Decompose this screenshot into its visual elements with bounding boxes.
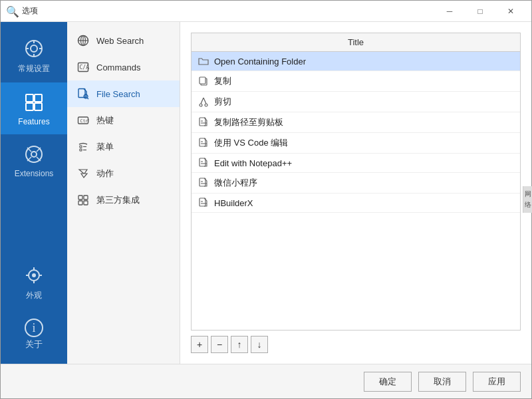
table-row[interactable]: 复制	[192, 71, 520, 92]
table-row[interactable]: Open Containing Folder	[192, 52, 520, 71]
table-cell: Edit with Notepad++	[192, 154, 520, 173]
action-icon	[76, 167, 90, 180]
copy-path-icon	[198, 117, 209, 128]
row-text: 复制	[214, 75, 231, 87]
table-row[interactable]: 复制路径至剪贴板	[192, 112, 520, 133]
confirm-button[interactable]: 确定	[364, 372, 412, 392]
table-row[interactable]: 微信小程序	[192, 173, 520, 194]
svg-line-47	[201, 98, 203, 104]
features-label: Features	[18, 117, 49, 126]
table-row[interactable]: HBuilderX	[192, 194, 520, 213]
main-panel: Title Open Containing Folder 复制 剪切	[180, 22, 531, 364]
sidebar-item-file-search[interactable]: File Search	[67, 80, 180, 107]
right-indicator-top: 网	[525, 189, 531, 200]
svg-rect-61	[200, 198, 205, 206]
commands-table: Title Open Containing Folder 复制 剪切	[192, 33, 520, 213]
table-cell: 剪切	[192, 92, 520, 112]
table-cell: 使用 VS Code 编辑	[192, 133, 520, 154]
svg-rect-40	[84, 196, 88, 200]
file-search-icon	[76, 87, 90, 100]
extensions-label: Extensions	[15, 169, 54, 178]
table-cell: HBuilderX	[192, 194, 520, 213]
hbuilder-icon	[198, 198, 209, 208]
sidebar-item-third-party[interactable]: 第三方集成	[67, 187, 180, 213]
sidebar-item-about[interactable]: i 关于	[1, 309, 67, 364]
sidebar-item-actions[interactable]: 动作	[67, 160, 180, 187]
svg-rect-55	[200, 158, 205, 166]
svg-text:Ctrl: Ctrl	[80, 118, 90, 124]
menu-label: 菜单	[96, 141, 114, 153]
bottom-bar: 确定 取消 应用	[1, 364, 531, 398]
general-icon	[22, 37, 46, 61]
svg-rect-35	[80, 146, 82, 148]
menu-icon	[76, 140, 90, 154]
svg-rect-8	[26, 103, 33, 110]
window-icon: 🔍	[6, 5, 18, 17]
file-search-label: File Search	[96, 89, 140, 99]
close-button[interactable]: ✕	[495, 1, 526, 22]
commands-label: Commands	[96, 63, 140, 72]
svg-text:i: i	[32, 321, 35, 334]
row-text: 微信小程序	[214, 177, 257, 189]
vscode-icon	[198, 138, 209, 148]
svg-rect-39	[78, 196, 82, 200]
content-area: 常规设置 Features	[1, 22, 531, 364]
minimize-button[interactable]: ─	[434, 1, 465, 22]
appearance-icon	[22, 263, 46, 287]
cancel-button[interactable]: 取消	[418, 372, 466, 392]
row-text: HBuilderX	[214, 198, 253, 208]
table-row[interactable]: 使用 VS Code 编辑	[192, 133, 520, 154]
table-cell: 复制路径至剪贴板	[192, 112, 520, 133]
svg-line-32	[87, 98, 88, 99]
row-text: 使用 VS Code 编辑	[214, 137, 288, 149]
svg-rect-36	[80, 149, 82, 151]
actions-label: 动作	[96, 168, 114, 180]
table-row[interactable]: Edit with Notepad++	[192, 154, 520, 173]
sidebar-item-menu[interactable]: 菜单	[67, 134, 180, 160]
svg-rect-44	[200, 77, 205, 84]
hotkeys-label: 热键	[96, 114, 114, 126]
svg-rect-6	[26, 94, 33, 102]
sidebar-item-features[interactable]: Features	[1, 82, 67, 134]
sidebar-item-hotkeys[interactable]: Ctrl 热键	[67, 107, 180, 134]
move-down-button[interactable]: ↓	[251, 336, 268, 353]
apply-button[interactable]: 应用	[473, 372, 521, 392]
svg-text:C/A: C/A	[80, 65, 90, 70]
window-controls: ─ □ ✕	[434, 1, 526, 22]
table-header-title: Title	[192, 33, 520, 52]
commands-table-container[interactable]: Title Open Containing Folder 复制 剪切	[191, 33, 521, 331]
table-row[interactable]: 剪切	[192, 92, 520, 112]
notepad-icon	[198, 158, 209, 168]
copy-icon	[198, 76, 209, 86]
table-cell: 复制	[192, 71, 520, 92]
right-indicator-bottom: 络	[525, 200, 531, 210]
primary-sidebar: 常规设置 Features	[1, 22, 67, 364]
wechat-icon	[198, 178, 209, 188]
about-icon: i	[23, 317, 45, 338]
move-up-button[interactable]: ↑	[231, 336, 248, 353]
row-text: 复制路径至剪贴板	[214, 116, 283, 128]
row-text: Edit with Notepad++	[214, 158, 292, 168]
appearance-label: 外观	[26, 290, 42, 301]
sidebar-item-extensions[interactable]: Extensions	[1, 134, 67, 186]
sidebar-item-commands[interactable]: C/A Commands	[67, 54, 180, 80]
sidebar-item-web-search[interactable]: Web Search	[67, 27, 180, 54]
web-search-label: Web Search	[96, 36, 144, 46]
remove-button[interactable]: −	[211, 336, 228, 353]
third-party-label: 第三方集成	[96, 194, 140, 206]
window-title: 选项	[22, 5, 434, 17]
table-cell: 微信小程序	[192, 173, 520, 194]
maximize-button[interactable]: □	[465, 1, 495, 22]
cut-icon	[198, 96, 209, 107]
terminal-icon: C/A	[76, 61, 90, 74]
row-text: Open Containing Folder	[214, 57, 306, 66]
svg-point-1	[31, 45, 37, 52]
add-button[interactable]: +	[191, 336, 208, 353]
sidebar-item-appearance[interactable]: 外观	[1, 255, 67, 309]
svg-point-45	[200, 104, 202, 106]
table-toolbar: + − ↑ ↓	[191, 336, 521, 353]
globe-icon	[76, 34, 90, 47]
window: 🔍 选项 ─ □ ✕ 常	[0, 0, 532, 399]
sidebar-item-general[interactable]: 常规设置	[1, 29, 67, 82]
title-bar: 🔍 选项 ─ □ ✕	[1, 1, 531, 22]
